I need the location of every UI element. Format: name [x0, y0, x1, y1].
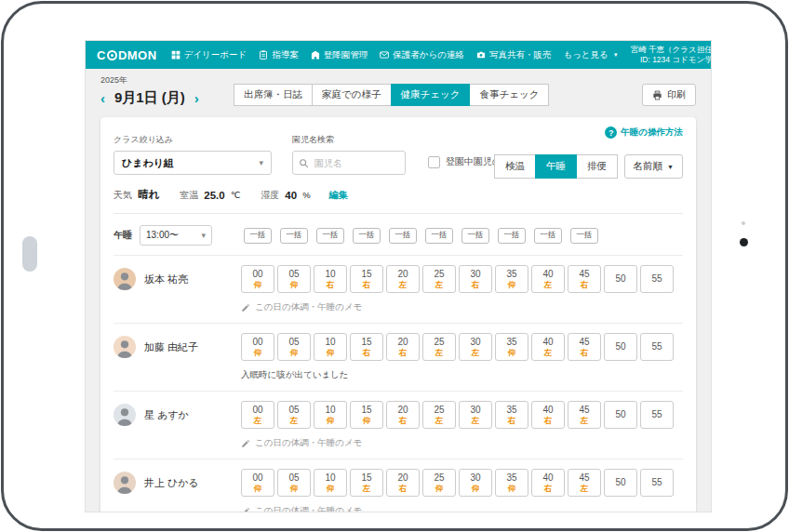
cell-position: 仰: [508, 349, 516, 357]
tab-2[interactable]: 健康チェック: [391, 84, 471, 106]
batch-button-6[interactable]: 一括: [461, 228, 489, 244]
cell-position: 仰: [290, 485, 299, 493]
nap-cell-40[interactable]: 40左: [531, 265, 565, 293]
nap-cell-20[interactable]: 20右: [386, 469, 420, 497]
nap-cell-10[interactable]: 10仰: [314, 333, 347, 361]
batch-button-7[interactable]: 一括: [498, 228, 526, 244]
edit-conditions-button[interactable]: 編集: [329, 189, 348, 202]
nap-cell-20[interactable]: 20右: [386, 401, 420, 429]
nap-cell-05[interactable]: 05仰: [277, 333, 311, 361]
next-day-button[interactable]: ›: [194, 91, 199, 105]
memo-link[interactable]: この日の体調・午睡のメモ: [241, 437, 362, 449]
class-select[interactable]: ひまわり組 ▾: [114, 151, 272, 175]
mode-button-0[interactable]: 検温: [494, 154, 536, 179]
nav-item-0[interactable]: デイリーボード: [171, 49, 247, 61]
nap-cell-20[interactable]: 20右: [386, 333, 420, 361]
cell-position: 右: [581, 349, 589, 357]
attending-only-checkbox[interactable]: [428, 156, 440, 168]
batch-button-2[interactable]: 一括: [316, 228, 344, 244]
nap-cell-05[interactable]: 05左: [277, 401, 311, 429]
batch-button-3[interactable]: 一括: [353, 228, 381, 244]
memo-link[interactable]: この日の体調・午睡のメモ: [241, 301, 362, 313]
nap-cell-25[interactable]: 25仰: [422, 469, 456, 497]
nap-cell-05[interactable]: 05仰: [277, 265, 311, 293]
nap-cell-35[interactable]: 35仰: [495, 265, 528, 293]
nap-cell-25[interactable]: 25左: [422, 265, 456, 293]
batch-button-0[interactable]: 一括: [244, 228, 272, 244]
nav-item-1[interactable]: 指導案: [259, 49, 299, 61]
tab-3[interactable]: 食事チェック: [469, 84, 549, 106]
nap-cell-40[interactable]: 40右: [531, 401, 565, 429]
nap-cell-15[interactable]: 15右: [350, 333, 383, 361]
nav-item-4[interactable]: 写真共有・販売: [476, 49, 552, 61]
batch-button-9[interactable]: 一括: [570, 228, 598, 244]
nap-cell-00[interactable]: 00仰: [241, 333, 274, 361]
nap-cell-00[interactable]: 00仰: [241, 265, 274, 293]
nap-cell-50[interactable]: 50: [604, 401, 637, 429]
nap-cell-35[interactable]: 35仰: [495, 469, 528, 497]
nap-cell-00[interactable]: 00仰: [241, 469, 274, 497]
nap-cell-55[interactable]: 55: [640, 265, 674, 293]
cell-position: 仰: [254, 349, 262, 357]
batch-button-1[interactable]: 一括: [280, 228, 308, 244]
mode-button-2[interactable]: 排便: [576, 154, 618, 179]
nap-cell-30[interactable]: 30左: [459, 401, 492, 429]
tab-1[interactable]: 家庭での様子: [312, 84, 392, 106]
batch-button-4[interactable]: 一括: [389, 228, 417, 244]
codmon-logo[interactable]: C DMON: [97, 48, 157, 62]
nap-cell-50[interactable]: 50: [604, 265, 637, 293]
search-box: [292, 151, 406, 175]
child-name-cell: 加藤 由紀子: [114, 336, 238, 358]
nap-cell-30[interactable]: 30左: [459, 333, 492, 361]
prev-day-button[interactable]: ‹: [100, 91, 105, 105]
nap-cell-30[interactable]: 30右: [459, 265, 492, 293]
nap-cell-55[interactable]: 55: [640, 401, 674, 429]
tablet-camera: [740, 238, 748, 246]
nap-cell-15[interactable]: 15左: [350, 469, 383, 497]
grid-icon: [171, 50, 181, 60]
caret-down-icon: ▼: [613, 52, 619, 58]
nav-item-5[interactable]: もっと見る▼: [563, 49, 618, 61]
room-temp-unit: ℃: [231, 190, 241, 200]
child-name-search-input[interactable]: [313, 157, 399, 169]
nap-cell-45[interactable]: 45右: [568, 333, 601, 361]
nap-cell-15[interactable]: 15右: [350, 265, 383, 293]
tab-0[interactable]: 出席簿・日誌: [234, 84, 313, 106]
nap-cell-45[interactable]: 45左: [568, 469, 601, 497]
nap-cell-05[interactable]: 05仰: [277, 469, 311, 497]
batch-button-5[interactable]: 一括: [425, 228, 453, 244]
cell-time: 10: [325, 270, 335, 279]
nap-cell-55[interactable]: 55: [640, 469, 674, 497]
nap-cell-45[interactable]: 45左: [568, 401, 601, 429]
nap-cell-40[interactable]: 40左: [531, 333, 565, 361]
nap-cell-10[interactable]: 10仰: [314, 401, 347, 429]
nap-help-link[interactable]: ? 午睡の操作方法: [605, 126, 683, 139]
nav-item-2[interactable]: 登降園管理: [311, 49, 368, 61]
nap-cell-00[interactable]: 00左: [241, 401, 274, 429]
nap-cell-30[interactable]: 30仰: [459, 469, 492, 497]
nap-cell-50[interactable]: 50: [604, 333, 637, 361]
nav-item-3[interactable]: 保護者からの連絡: [380, 49, 464, 61]
nap-cell-20[interactable]: 20左: [386, 265, 420, 293]
nap-cell-25[interactable]: 25左: [422, 333, 456, 361]
sort-button[interactable]: 名前順 ▼: [624, 154, 683, 179]
nap-cell-10[interactable]: 10仰: [314, 469, 347, 497]
nap-cell-25[interactable]: 25左: [422, 401, 456, 429]
nap-cell-10[interactable]: 10右: [314, 265, 347, 293]
nap-cell-55[interactable]: 55: [640, 333, 674, 361]
batch-button-8[interactable]: 一括: [534, 228, 562, 244]
tablet-frame: C DMON デイリーボード指導案登降園管理保護者からの連絡写真共有・販売もっと…: [1, 1, 788, 531]
nap-cell-35[interactable]: 35仰: [495, 333, 528, 361]
nap-cell-35[interactable]: 35右: [495, 401, 528, 429]
nap-cell-50[interactable]: 50: [604, 469, 637, 497]
nap-cell-15[interactable]: 15仰: [350, 401, 383, 429]
user-info[interactable]: 宮崎 千恵（クラス担任） ID: 1234 コドモン学園: [631, 45, 711, 66]
nav-item-label: 指導案: [272, 49, 299, 61]
cell-position: 右: [399, 417, 408, 425]
memo-link[interactable]: この日の体調・午睡のメモ: [241, 505, 362, 512]
nap-cell-45[interactable]: 45右: [568, 265, 601, 293]
mode-button-1[interactable]: 午睡: [535, 154, 577, 179]
print-button[interactable]: 印刷: [642, 84, 696, 106]
nap-cell-40[interactable]: 40右: [531, 469, 565, 497]
nap-time-select[interactable]: 13:00〜 ▾: [140, 225, 212, 246]
